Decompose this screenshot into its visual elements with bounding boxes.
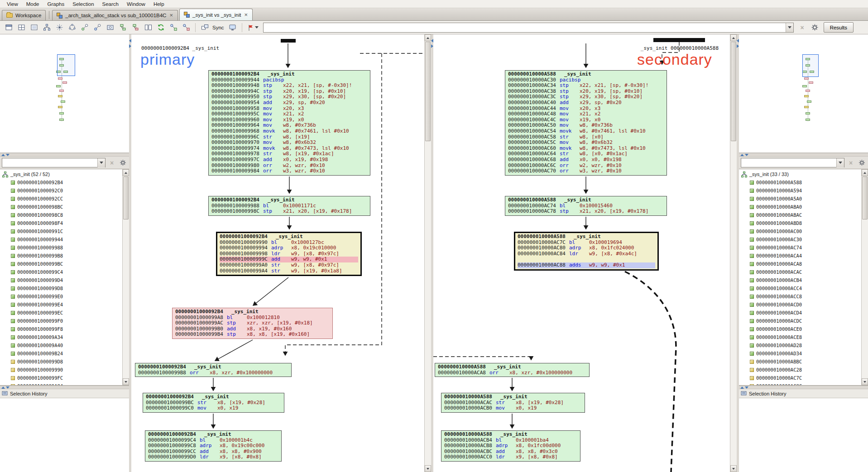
basic-block[interactable]: 00000001000092B4_sys_init000000010000994…	[208, 70, 370, 176]
basic-block-tree-item[interactable]: 0000000100009B24	[0, 349, 129, 358]
primary-filter-input[interactable]	[2, 159, 97, 167]
instruction[interactable]: 00000001000099A4strw9, [x19, #0x1a8]	[220, 268, 358, 274]
basic-block-tree-item[interactable]: 000000010000A588	[739, 178, 868, 186]
filter-flag-button[interactable]	[245, 22, 260, 33]
clear-filter-button[interactable]: ×	[846, 158, 855, 167]
menu-view[interactable]: View	[3, 1, 22, 7]
scroll-down-button[interactable]	[730, 465, 737, 472]
settings-gear-button[interactable]	[809, 22, 821, 33]
scroll-up-button[interactable]	[123, 169, 129, 176]
instruction[interactable]: 000000010000ACA8orrx8, xzr, #0x100000000	[438, 370, 586, 376]
basic-block[interactable]: 00000001000092B4_sys_init000000010000999…	[216, 232, 362, 276]
tab-sys-init[interactable]: _sys_init vs _sys_init ×	[179, 9, 253, 20]
basic-block-tree-item[interactable]: 000000010000AC8C	[739, 382, 868, 386]
primary-selection-history-header[interactable]: Selection History	[0, 389, 129, 398]
minimap-viewport[interactable]	[802, 54, 819, 77]
basic-block-tree-item[interactable]: 000000010000ABAC	[739, 211, 868, 219]
scroll-up-button[interactable]	[425, 34, 431, 41]
basic-block[interactable]: 00000001000092B4_sys_init00000001000099B…	[135, 363, 292, 377]
basic-block-tree-item[interactable]: 000000010000ACD0	[739, 300, 868, 309]
clear-filter-button[interactable]: ×	[107, 158, 116, 167]
monitor-icon[interactable]	[227, 22, 239, 33]
tree-root[interactable]: _sys_init (33 / 33)	[739, 170, 868, 178]
basic-block-tree-item[interactable]: 000000010000ACE0	[739, 325, 868, 333]
basic-block-tree-item[interactable]: 00000001000099D8	[0, 358, 129, 366]
instruction[interactable]: 00000001000099C0movx0, x19	[146, 405, 281, 411]
minimap-viewport[interactable]	[57, 54, 75, 76]
basic-block-tree-item[interactable]: 000000010000ACD4	[739, 309, 868, 317]
basic-block-tree-item[interactable]: 00000001000099C4	[0, 268, 129, 276]
search-input[interactable]	[264, 24, 786, 32]
instruction[interactable]: 00000001000099D0ldrx9, [x8, #0x8]	[148, 454, 278, 460]
basic-block-tree-item[interactable]: 000000010000AC7C	[739, 374, 868, 382]
filter-settings-button[interactable]	[118, 158, 127, 167]
sync-views-icon[interactable]	[199, 22, 211, 33]
instruction[interactable]: 000000010000AC78stpx21, x20, [x19, #0x17…	[508, 209, 664, 215]
secondary-graph-pane[interactable]: 000000010000A588_sys_init000000010000AC3…	[433, 34, 737, 472]
scroll-down-button[interactable]	[425, 465, 431, 472]
basic-block[interactable]: 00000001000092B4_sys_init00000001000099B…	[143, 393, 284, 413]
basic-block-tree-item[interactable]: 00000001000099E0	[0, 292, 129, 300]
basic-block-tree-item[interactable]: 00000001000098BC	[0, 203, 129, 211]
tab-close-icon[interactable]: ×	[169, 13, 173, 18]
basic-block-tree-item[interactable]: 00000001000099D8	[0, 284, 129, 292]
menu-window[interactable]: Window	[123, 1, 149, 7]
basic-block-tree-item[interactable]: 00000001000098C8	[0, 211, 129, 219]
menu-selection[interactable]: Selection	[68, 1, 98, 7]
basic-block-tree-item[interactable]: 000000010000ACB4	[739, 276, 868, 284]
search-combobox[interactable]	[263, 23, 794, 33]
circular-layout-icon-button[interactable]	[66, 22, 78, 33]
sidebar-splitter[interactable]	[0, 153, 129, 157]
combobox-dropdown-button[interactable]	[97, 158, 105, 167]
instruction[interactable]: 0000000100009984orrw3, wzr, #0x10	[211, 168, 367, 174]
force-layout-icon-button[interactable]	[53, 22, 65, 33]
basic-block-tree-item[interactable]: 00000001000092CC	[0, 195, 129, 203]
basic-block-tree-item[interactable]: 000000010000ACA4	[739, 252, 868, 260]
workspace-tab[interactable]: Workspace	[2, 10, 46, 20]
sidebar-splitter[interactable]	[739, 153, 868, 157]
primary-filter-combobox[interactable]	[2, 158, 106, 167]
flowgraph-combined-icon-button[interactable]	[129, 22, 141, 33]
scroll-thumb[interactable]	[731, 42, 736, 141]
basic-block-tree-item[interactable]: 000000010000AD28	[739, 341, 868, 349]
basic-block-tree-item[interactable]: 00000001000092C0	[0, 186, 129, 195]
basic-block-tree-item[interactable]: 000000010000ACC8	[739, 292, 868, 300]
clear-search-button[interactable]: ×	[796, 22, 808, 33]
basic-block[interactable]: 000000010000A588_sys_init000000010000AC7…	[514, 232, 659, 271]
basic-block-tree-item[interactable]: 00000001000099FC	[0, 374, 129, 382]
basic-block[interactable]: 000000010000A588_sys_init000000010000ACB…	[441, 430, 580, 462]
scroll-down-button[interactable]	[123, 378, 129, 385]
snapshot-icon-button[interactable]	[104, 22, 116, 33]
new-view-icon-button[interactable]	[3, 22, 14, 33]
basic-block-tree-item[interactable]: 000000010000AC00	[739, 227, 868, 235]
basic-block-tree-item[interactable]: 00000001000099F0	[0, 317, 129, 325]
basic-block-tree-item[interactable]: 000000010000ABBC	[739, 358, 868, 366]
tab-arch-task-alloc-stack[interactable]: _arch_task_alloc_stack vs sub_100001B4C …	[52, 10, 178, 20]
instruction[interactable]: 000000010000AC84ldrw9, [x8, #0xa4c]	[518, 251, 655, 257]
basic-block-tree-item[interactable]: 00000001000099E4	[0, 300, 129, 309]
sidebar-splitter[interactable]	[739, 386, 868, 389]
basic-block-tree-item[interactable]: 00000001000092B4	[0, 178, 129, 186]
basic-block-tree-item[interactable]: 0000000100009A84	[0, 382, 129, 386]
basic-block-tree-item[interactable]: 000000010000ABD8	[739, 219, 868, 227]
secondary-overview-thumbnail[interactable]	[739, 34, 868, 153]
basic-block-tree-item[interactable]: 0000000100009990	[0, 366, 129, 374]
primary-graph-pane[interactable]: 00000001000092B4_sys_init000000010000994…	[131, 34, 431, 472]
basic-block[interactable]: 000000010000A588_sys_init000000010000ACA…	[435, 363, 590, 377]
tree-root[interactable]: _sys_init (52 / 52)	[0, 170, 129, 178]
basic-block[interactable]: 00000001000092B4_sys_init000000010000998…	[208, 196, 370, 216]
basic-block-tree-item[interactable]: 00000001000099D4	[0, 276, 129, 284]
basic-block-tree-item[interactable]: 000000010000991C	[0, 227, 129, 235]
match-nodes-icon-button[interactable]	[168, 22, 179, 33]
basic-block-tree-item[interactable]: 0000000100009A34	[0, 333, 129, 341]
primary-selection-history-list[interactable]	[0, 398, 129, 472]
basic-block-tree-item[interactable]: 00000001000098F4	[0, 219, 129, 227]
secondary-filter-combobox[interactable]	[741, 158, 844, 167]
details-view-icon-button[interactable]	[28, 22, 40, 33]
basic-block-tree-item[interactable]: 0000000100009944	[0, 235, 129, 243]
proximity-freeze-icon-button[interactable]	[91, 22, 103, 33]
basic-block-tree-item[interactable]: 000000010000ACAC	[739, 268, 868, 276]
basic-block[interactable]: 00000001000092B4_sys_init00000001000099A…	[172, 308, 333, 339]
scroll-thumb[interactable]	[425, 42, 431, 141]
filter-settings-button[interactable]	[857, 158, 866, 167]
